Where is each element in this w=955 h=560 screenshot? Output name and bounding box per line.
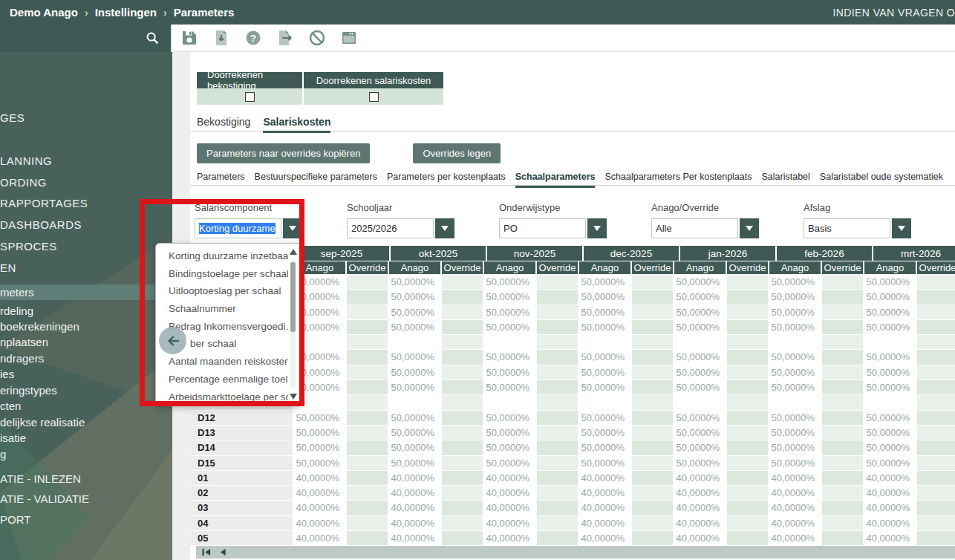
sidebar-item-delijkse-realisatie[interactable]: delijkse realisatie [0, 414, 85, 430]
override-value-cell[interactable] [727, 456, 769, 471]
breadcrumb-item[interactable]: Parameters [174, 6, 235, 19]
override-value-cell[interactable] [727, 380, 769, 395]
override-value-cell[interactable] [347, 426, 389, 440]
combo-value-input[interactable]: 2025/2026 [347, 218, 434, 238]
combo-value-input[interactable]: Alle [651, 218, 738, 238]
override-value-cell[interactable] [537, 335, 579, 350]
checkbox-unchecked[interactable] [245, 92, 255, 102]
override-value-cell[interactable] [727, 350, 769, 365]
sidebar-item-ges[interactable]: GES [0, 110, 25, 126]
override-value-cell[interactable] [917, 365, 955, 380]
override-value-cell[interactable] [537, 411, 579, 426]
subtab-schaalparameters[interactable]: Schaalparameters [515, 172, 596, 188]
override-value-cell[interactable] [917, 411, 955, 426]
override-value-cell[interactable] [537, 426, 579, 440]
override-value-cell[interactable] [632, 335, 674, 350]
override-value-cell[interactable] [347, 335, 389, 350]
override-value-cell[interactable] [347, 471, 389, 486]
override-value-cell[interactable] [537, 531, 579, 546]
override-value-cell[interactable] [822, 380, 864, 395]
override-value-cell[interactable] [347, 275, 389, 290]
sidebar-item-ndragers[interactable]: ndragers [0, 351, 44, 366]
override-value-cell[interactable] [632, 380, 674, 395]
override-value-cell[interactable] [442, 335, 484, 350]
override-value-cell[interactable] [917, 456, 955, 471]
override-value-cell[interactable] [537, 275, 579, 290]
sidebar-item-g[interactable]: g [0, 446, 6, 462]
chevron-down-icon[interactable] [740, 218, 759, 238]
override-value-cell[interactable] [822, 440, 864, 455]
subtab-salaristabel[interactable]: Salaristabel [762, 172, 810, 188]
override-value-cell[interactable] [727, 305, 769, 320]
override-value-cell[interactable] [537, 395, 579, 410]
sidebar-item-ording[interactable]: ORDING [0, 175, 47, 190]
override-value-cell[interactable] [727, 440, 769, 455]
scroll-up-icon[interactable] [290, 249, 297, 255]
override-value-cell[interactable] [442, 305, 484, 320]
override-value-cell[interactable] [442, 411, 484, 426]
combo-value-input[interactable]: Basis [804, 218, 890, 238]
table-pager-bar[interactable] [196, 546, 955, 559]
dropdown-option[interactable]: Percentage eenmalige toel... [156, 371, 288, 388]
override-value-cell[interactable] [442, 380, 484, 395]
override-value-cell[interactable] [442, 471, 484, 486]
override-value-cell[interactable] [442, 456, 484, 471]
override-value-cell[interactable] [347, 365, 389, 380]
override-value-cell[interactable] [822, 275, 864, 290]
override-value-cell[interactable] [822, 365, 864, 380]
import-icon[interactable] [212, 29, 230, 47]
override-value-cell[interactable] [632, 350, 674, 365]
override-value-cell[interactable] [347, 516, 389, 531]
override-value-cell[interactable] [347, 290, 389, 305]
override-value-cell[interactable] [347, 380, 389, 395]
override-value-cell[interactable] [347, 531, 389, 546]
copy-parameters-button[interactable]: Parameters naar overrides kopiëren [197, 143, 370, 163]
override-value-cell[interactable] [632, 516, 674, 531]
override-value-cell[interactable] [917, 350, 955, 365]
subtab-schaalparameters-per-kostenplaats[interactable]: Schaalparameters Per kostenplaats [604, 172, 752, 188]
override-value-cell[interactable] [727, 531, 769, 546]
save-icon[interactable] [180, 29, 198, 47]
subtab-parameters[interactable]: Parameters [197, 172, 245, 188]
override-value-cell[interactable] [537, 380, 579, 395]
override-value-cell[interactable] [822, 471, 864, 486]
override-value-cell[interactable] [917, 501, 955, 515]
override-value-cell[interactable] [727, 275, 769, 290]
override-value-cell[interactable] [442, 290, 484, 305]
dropdown-option[interactable]: Arbeidsmarkttoelage per sc... [156, 388, 288, 406]
sidebar-item-en[interactable]: EN [0, 260, 16, 276]
checkbox-unchecked[interactable] [369, 92, 379, 102]
dropdown-option[interactable]: Korting duurzame inzetbaa... [156, 247, 288, 265]
dropdown-option[interactable]: Schaalnummer [156, 300, 288, 318]
override-value-cell[interactable] [537, 486, 579, 501]
export-icon[interactable] [276, 29, 294, 47]
sidebar-item-cten[interactable]: cten [0, 398, 21, 414]
sidebar-item-rdeling[interactable]: rdeling [0, 303, 33, 319]
override-value-cell[interactable] [727, 395, 769, 410]
override-value-cell[interactable] [822, 516, 864, 531]
override-value-cell[interactable] [822, 320, 864, 335]
override-value-cell[interactable] [442, 516, 484, 531]
chevron-down-icon[interactable] [587, 218, 607, 238]
override-value-cell[interactable] [727, 501, 769, 515]
dropdown-option[interactable]: Uitlooptoeslag per schaal [156, 282, 288, 300]
override-value-cell[interactable] [537, 471, 579, 486]
sidebar-item-meters[interactable]: meters [0, 284, 172, 300]
override-value-cell[interactable] [917, 275, 955, 290]
override-value-cell[interactable] [442, 501, 484, 515]
override-value-cell[interactable] [917, 290, 955, 305]
sidebar-item-atie-validatie[interactable]: ATIE - VALIDATIE [0, 491, 89, 507]
sidebar-search-bar[interactable] [0, 25, 172, 52]
override-value-cell[interactable] [442, 486, 484, 501]
cancel-icon[interactable] [308, 29, 326, 47]
chevron-down-icon[interactable] [435, 218, 454, 238]
scroll-down-icon[interactable] [290, 394, 297, 400]
override-value-cell[interactable] [442, 440, 484, 455]
override-value-cell[interactable] [632, 456, 674, 471]
window-icon[interactable] [340, 29, 358, 47]
subtab-salaristabel-oude-systematiek[interactable]: Salaristabel oude systematiek [820, 172, 943, 188]
override-value-cell[interactable] [632, 531, 674, 546]
override-value-cell[interactable] [632, 275, 674, 290]
override-value-cell[interactable] [822, 486, 864, 501]
override-value-cell[interactable] [442, 350, 484, 365]
